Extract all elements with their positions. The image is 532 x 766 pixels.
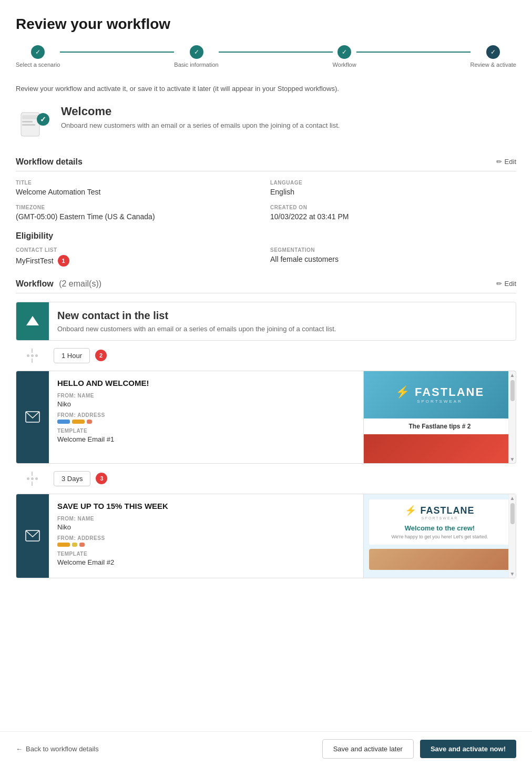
contact-list-value-row: MyFirstTest 1 [16, 255, 262, 267]
welcome-icon: ✓ [16, 105, 53, 141]
preview-brand-tagline-2: SPORTSWEAR [374, 516, 505, 520]
preview-subtext: We're happy to get you here! Let's get s… [374, 534, 505, 539]
created-on-label: CREATED ON [270, 205, 516, 210]
preview-img-red-1 [364, 434, 516, 463]
welcome-title: Welcome [61, 105, 340, 118]
template-field-2: TEMPLATE Welcome Email #2 [57, 551, 355, 566]
stepper: ✓ Select a scenario ✓ Basic information … [16, 45, 516, 68]
workflow-edit-button[interactable]: ✏ Edit [496, 280, 516, 288]
workflow-edit-label: Edit [505, 280, 516, 288]
preview-brand-logo-2: ⚡ FASTLANE [374, 505, 505, 516]
addr-dot-3 [87, 420, 92, 424]
svg-rect-2 [22, 121, 33, 122]
delay-badge-2: 3 [96, 473, 107, 484]
delay-connector-1 [16, 349, 48, 363]
preview-brand-logo: ⚡ FASTLANE [395, 385, 484, 399]
step-1-label: Select a scenario [16, 62, 60, 68]
email-preview-2: ⚡ FASTLANE SPORTSWEAR Welcome to the cre… [363, 494, 516, 578]
title-value: Welcome Automation Test [16, 188, 262, 196]
preview-brand-tagline: SPORTSWEAR [417, 399, 463, 404]
preview-inner-card: ⚡ FASTLANE SPORTSWEAR Welcome to the cre… [369, 499, 510, 545]
workflow-details-edit-button[interactable]: ✏ Edit [496, 158, 516, 166]
contact-list-badge: 1 [58, 255, 69, 267]
welcome-description: Onboard new customers with an email or a… [61, 121, 340, 129]
step-3-circle: ✓ [337, 45, 351, 59]
scroll-thumb-2 [510, 503, 515, 524]
svg-rect-3 [22, 124, 35, 126]
preview-img-bottom [369, 549, 510, 570]
workflow-section-title: Workflow (2 email(s)) [16, 279, 101, 289]
workflow-details-edit-label: Edit [505, 158, 516, 166]
trigger-icon [16, 302, 49, 340]
trigger-body: New contact in the list Onboard new cust… [49, 302, 344, 340]
addr-dot-2 [72, 420, 85, 424]
email-body-2: SAVE UP TO 15% THIS WEEK FROM: NAME Niko… [49, 494, 363, 578]
delay-row-1: 1 Hour 2 [16, 341, 516, 371]
from-name-value-2: Niko [57, 523, 355, 531]
step-4: ✓ Review & activate [470, 45, 516, 68]
trigger-description: Onboard new customers with an email or a… [57, 325, 336, 333]
eligibility-grid: CONTACT LIST MyFirstTest 1 SEGMENTATION … [16, 247, 516, 267]
email-preview-1: ⚡ FASTLANE SPORTSWEAR The Fastlane tips … [363, 371, 516, 463]
step-2-label: Basic information [174, 62, 218, 68]
scroll-down-arrow: ▼ [510, 456, 515, 463]
preview-brand2: ⚡ FASTLANE SPORTSWEAR [374, 505, 505, 520]
segmentation-value: All female customers [270, 255, 516, 263]
preview-caption-1: The Fastlane tips # 2 [364, 418, 516, 434]
workflow-section-header: Workflow (2 email(s)) ✏ Edit [16, 279, 516, 293]
addr-dot-6 [79, 543, 85, 547]
template-field-1: TEMPLATE Welcome Email #1 [57, 428, 355, 443]
step-line-3 [356, 52, 470, 53]
template-label-1: TEMPLATE [57, 428, 355, 434]
title-label: TITLE [16, 180, 262, 186]
scroll-down-arrow-2: ▼ [510, 571, 515, 578]
step-3: ✓ Workflow [333, 45, 356, 68]
language-value: English [270, 188, 516, 196]
delay-badge-1: 2 [95, 350, 107, 361]
workflow-details-header: Workflow details ✏ Edit [16, 157, 516, 171]
svg-rect-1 [22, 115, 38, 119]
step-line-1 [60, 52, 174, 53]
email-card-2: SAVE UP TO 15% THIS WEEK FROM: NAME Niko… [16, 494, 516, 578]
segmentation-field: SEGMENTATION All female customers [270, 247, 516, 267]
preview-content-2: ⚡ FASTLANE SPORTSWEAR Welcome to the cre… [364, 494, 516, 578]
template-value-2: Welcome Email #2 [57, 558, 355, 566]
trigger-title: New contact in the list [57, 310, 336, 322]
timezone-field: TIMEZONE (GMT-05:00) Eastern Time (US & … [16, 205, 262, 221]
addr-dot-5 [72, 543, 77, 547]
preview-scroll-2[interactable]: ▲ ▼ [508, 494, 516, 578]
step-2: ✓ Basic information [174, 45, 218, 68]
page-title: Review your workflow [16, 16, 516, 33]
page-subtitle: Review your workflow and activate it, or… [16, 84, 516, 94]
svg-marker-6 [26, 316, 39, 325]
trigger-card: New contact in the list Onboard new cust… [16, 302, 516, 341]
delay-pill-1: 1 Hour [54, 348, 90, 363]
pencil-icon: ✏ [496, 158, 502, 166]
preview-img-bottom-fill [369, 549, 510, 570]
email-card-1: HELLO AND WELCOME! FROM: NAME Niko FROM:… [16, 371, 516, 464]
contact-list-field: CONTACT LIST MyFirstTest 1 [16, 247, 262, 267]
contact-list-value: MyFirstTest [16, 257, 54, 265]
from-name-label-1: FROM: NAME [57, 393, 355, 399]
timezone-label: TIMEZONE [16, 205, 262, 210]
workflow-details-grid: TITLE Welcome Automation Test LANGUAGE E… [16, 180, 516, 221]
contact-list-label: CONTACT LIST [16, 247, 262, 253]
delay-row-2: 3 Days 3 [16, 464, 516, 494]
step-2-circle: ✓ [190, 45, 203, 59]
addr-dot-4 [57, 543, 70, 547]
eligibility-title: Eligibility [16, 231, 516, 241]
addr-dot-1 [57, 420, 70, 424]
language-label: LANGUAGE [270, 180, 516, 186]
from-address-field-2: FROM: ADDRESS [57, 535, 355, 547]
email-body-1: HELLO AND WELCOME! FROM: NAME Niko FROM:… [49, 371, 363, 463]
scroll-up-arrow: ▲ [510, 371, 515, 378]
preview-scroll-1[interactable]: ▲ ▼ [508, 371, 516, 463]
step-1-circle: ✓ [31, 45, 45, 59]
from-address-dots-1 [57, 420, 355, 424]
step-1: ✓ Select a scenario [16, 45, 60, 68]
template-label-2: TEMPLATE [57, 551, 355, 557]
step-3-label: Workflow [333, 62, 356, 68]
title-field: TITLE Welcome Automation Test [16, 180, 262, 196]
from-name-label-2: FROM: NAME [57, 516, 355, 522]
from-name-field-2: FROM: NAME Niko [57, 516, 355, 531]
